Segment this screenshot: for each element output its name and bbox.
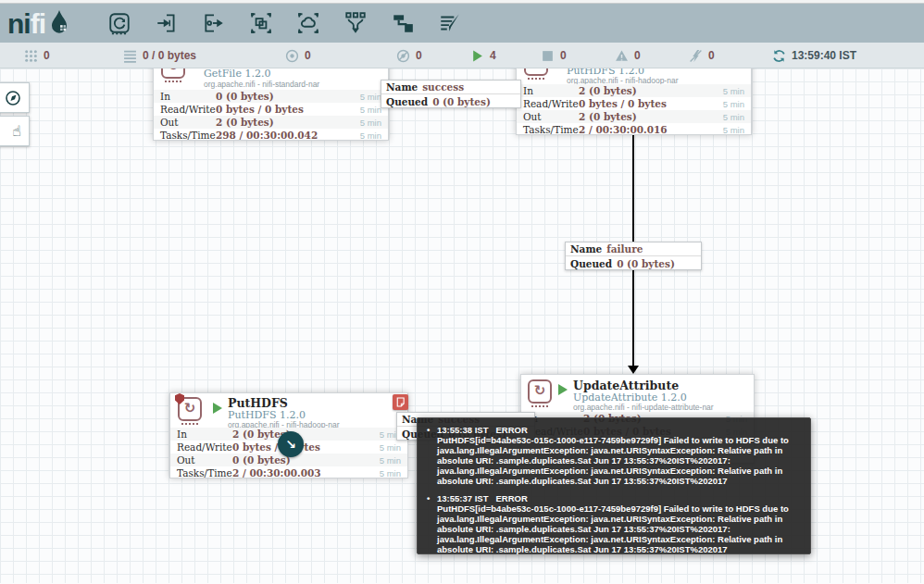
processor-glyph-icon: ↻ <box>161 68 185 79</box>
bulletin-entry: • 13:55:38 ISTERROR PutHDFS[id=b4abe53c-… <box>427 425 801 486</box>
stat-transmitting: 0 <box>285 43 311 68</box>
bulletin-tooltip: • 13:55:38 ISTERROR PutHDFS[id=b4abe53c-… <box>417 417 811 554</box>
bulletin-message: PutHDFS[id=b4abe53c-015c-1000-e117-7459b… <box>437 435 801 486</box>
connection-name-row: Namesuccess <box>381 81 520 94</box>
processor-stats: In0 (0 bytes)5 min Read/Write0 bytes / 0… <box>154 90 388 142</box>
processor-glyph-icon: ↻ <box>528 379 552 404</box>
component-toolbar <box>107 11 462 35</box>
hand-pointer-icon: ☝ <box>12 122 21 140</box>
stat-row-tasks: Tasks/Time2 / 00:30:00.0165 min <box>517 123 751 136</box>
stat-row-in: In0 (0 bytes)5 min <box>154 90 388 103</box>
connect-drag-cursor-icon: ↘ <box>278 431 304 457</box>
connection-label-success-top[interactable]: Namesuccess Queued0 (0 bytes) <box>381 80 521 108</box>
navigate-panel-button[interactable] <box>0 82 30 113</box>
stat-queued: 0 / 0 bytes <box>123 43 196 68</box>
stat-row-out: Out2 (0 bytes)5 min <box>517 110 751 123</box>
bulletin-time: 13:55:37 IST <box>437 493 488 503</box>
stat-row-out: Out2 (0 bytes)5 min <box>154 116 388 129</box>
running-icon <box>470 49 484 63</box>
stat-not-transmitting: 0 <box>396 43 422 68</box>
bulletin-level: ERROR <box>495 493 527 503</box>
transmitting-icon <box>285 49 299 63</box>
processor-icon[interactable] <box>107 11 131 35</box>
stat-row-tasks: Tasks/Time2 / 00:30:00.0035 min <box>170 466 407 479</box>
stat-stopped: 0 <box>541 43 567 68</box>
bulletin-time: 13:55:38 IST <box>437 425 488 435</box>
input-port-icon[interactable] <box>155 11 179 35</box>
disabled-icon <box>689 49 703 63</box>
connection-queued-row: Queued0 (0 bytes) <box>381 94 520 108</box>
nifi-logo: nifi <box>7 9 93 38</box>
bulletin-message: PutHDFS[id=b4abe53c-015c-1000-e117-7459b… <box>437 503 801 554</box>
threads-grid-icon <box>24 49 38 63</box>
logo-text-fi: fi <box>31 10 45 38</box>
flow-canvas[interactable]: ☝ ↻ GetFile 1.2.0 org.apache.nifi - nifi… <box>0 68 924 583</box>
processor-getfile[interactable]: ↻ GetFile 1.2.0 org.apache.nifi - nifi-s… <box>153 68 389 141</box>
operate-panel-button[interactable]: ☝ <box>0 116 30 146</box>
stat-active-threads: 0 <box>24 43 50 68</box>
refresh-time: 13:59:40 IST <box>792 49 856 62</box>
bulletin-level: ERROR <box>495 425 527 435</box>
stat-row-in: In2 (0 bytes)5 min <box>517 84 751 97</box>
processor-bundle: org.apache.nifi - nifi-update-attribute-… <box>573 403 714 412</box>
stat-refresh: 13:59:40 IST <box>772 43 856 68</box>
stat-running: 4 <box>470 43 496 68</box>
processor-name: UpdateAttribute <box>573 379 679 392</box>
bulletin-indicator-icon[interactable] <box>393 394 408 410</box>
bulletin-entry: • 13:55:37 ISTERROR PutHDFS[id=b4abe53c-… <box>427 493 801 554</box>
running-status-icon <box>213 403 222 414</box>
bullet-icon: • <box>427 493 430 503</box>
processor-glyph-icon: ↻ <box>178 397 202 421</box>
stat-invalid: 0 <box>615 43 641 68</box>
app-header: nifi <box>0 4 924 43</box>
stat-row-readwrite: Read/Write0 bytes / 0 bytes5 min <box>517 97 751 110</box>
output-port-icon[interactable] <box>202 11 226 35</box>
remote-process-group-icon[interactable] <box>296 11 320 35</box>
processor-puthdfs-top[interactable]: ↻ PutHDFS 1.2.0 org.apache.nifi - nifi-h… <box>516 68 752 135</box>
flow-status-bar: 0 0 / 0 bytes 0 0 4 0 0 0 <box>0 43 924 68</box>
processor-stats: In2 (0 bytes)5 min Read/Write0 bytes / 0… <box>517 84 751 136</box>
stat-row-readwrite: Read/Write0 bytes / 0 bytes5 min <box>154 103 388 116</box>
funnel-icon[interactable] <box>343 11 368 35</box>
stat-disabled: 0 <box>689 43 715 68</box>
compass-icon <box>5 90 21 106</box>
nifi-drop-icon <box>47 9 71 37</box>
connection-arrowhead <box>628 366 639 374</box>
connection-name-row: Namefailure <box>566 242 701 256</box>
stat-row-tasks: Tasks/Time298 / 00:30:00.0425 min <box>154 129 388 142</box>
queued-list-icon <box>123 49 137 63</box>
bullet-icon: • <box>427 425 430 435</box>
restricted-shield-icon <box>175 393 184 404</box>
invalid-warning-icon <box>615 49 629 63</box>
processor-name: PutHDFS <box>228 396 288 410</box>
connection-queued-row: Queued0 (0 bytes) <box>566 256 701 270</box>
nifi-app: nifi <box>0 0 924 584</box>
processor-type: GetFile 1.2.0 <box>204 68 270 80</box>
connection-label-failure[interactable]: Namefailure Queued0 (0 bytes) <box>565 242 702 270</box>
logo-text-ni: ni <box>7 10 31 38</box>
refresh-icon[interactable] <box>772 49 786 63</box>
stopped-icon <box>541 49 555 63</box>
process-group-icon[interactable] <box>249 11 273 35</box>
not-transmitting-icon <box>396 49 410 63</box>
running-status-icon <box>558 384 568 395</box>
label-icon[interactable] <box>438 11 462 35</box>
processor-bundle: org.apache.nifi - nifi-standard-nar <box>204 80 319 89</box>
processor-glyph-icon: ↻ <box>524 68 548 76</box>
template-icon[interactable] <box>391 11 415 35</box>
